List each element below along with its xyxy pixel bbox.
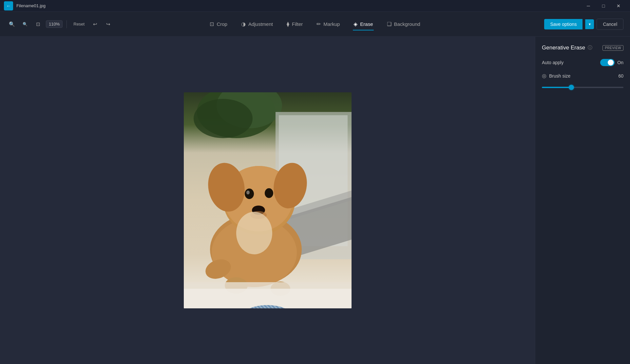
svg-point-17 [236, 212, 272, 254]
filter-icon: ⧫ [287, 21, 289, 27]
tab-markup-label: Markup [323, 21, 340, 27]
toggle-thumb [608, 60, 614, 65]
dog-image [184, 92, 352, 308]
svg-point-14 [246, 191, 250, 194]
toolbar: 🔍 🔍 ⊡ 110% Reset ↩ ↪ ⊡ Crop ◑ Adjustment… [0, 12, 630, 37]
tab-adjustment-label: Adjustment [248, 21, 273, 27]
tab-background-label: Background [394, 21, 420, 27]
zoom-level: 110% [46, 20, 63, 28]
zoom-in-icon: 🔍 [9, 21, 15, 27]
tab-filter-label: Filter [292, 21, 303, 27]
brush-size-slider[interactable] [542, 87, 623, 88]
info-icon[interactable]: ⓘ [588, 45, 592, 51]
reset-button[interactable]: Reset [71, 20, 87, 28]
dog-photo [184, 92, 352, 308]
back-button[interactable]: ← [4, 1, 13, 10]
cancel-button[interactable]: Cancel [597, 19, 623, 30]
auto-apply-toggle[interactable] [600, 59, 615, 66]
undo-button[interactable]: ↩ [90, 19, 100, 29]
background-icon: ❑ [387, 21, 391, 27]
svg-point-12 [245, 189, 254, 199]
svg-point-3 [194, 99, 253, 138]
brush-icon: ◎ [542, 73, 546, 79]
tab-erase[interactable]: ◈ Erase [348, 18, 379, 30]
save-options-button[interactable]: Save options [544, 19, 582, 29]
zoom-in-button[interactable]: 🔍 [7, 19, 17, 29]
maximize-button[interactable]: □ [596, 0, 611, 12]
redo-button[interactable]: ↪ [103, 19, 113, 29]
crop-icon: ⊡ [210, 21, 214, 27]
panel-header: Generative Erase ⓘ PREVIEW [542, 45, 623, 51]
brush-size-slider-container [542, 83, 623, 92]
close-button[interactable]: ✕ [611, 0, 626, 12]
panel-title: Generative Erase [542, 45, 585, 51]
tab-crop[interactable]: ⊡ Crop [204, 18, 233, 30]
zoom-out-button[interactable]: 🔍 [20, 19, 30, 29]
brush-size-value: 60 [618, 73, 623, 79]
main-content: Generative Erase ⓘ PREVIEW Auto apply On… [0, 37, 630, 364]
toggle-state-label: On [617, 60, 623, 65]
adjustment-icon: ◑ [241, 21, 246, 27]
brush-size-label: Brush size [549, 73, 618, 79]
redo-icon: ↪ [106, 21, 110, 27]
save-options-dropdown-button[interactable]: ▾ [585, 19, 594, 29]
back-icon: ← [6, 3, 11, 9]
markup-icon: ✏ [316, 21, 321, 27]
toolbar-right: Save options ▾ Cancel [544, 19, 623, 30]
image-container [184, 92, 352, 308]
zoom-out-icon: 🔍 [23, 22, 28, 27]
preview-badge: PREVIEW [602, 45, 623, 51]
tab-crop-label: Crop [217, 21, 227, 27]
title-bar: ← Filename01.jpg ─ □ ✕ [0, 0, 630, 12]
auto-apply-row: Auto apply On [542, 59, 623, 66]
auto-apply-label: Auto apply [542, 60, 600, 65]
erase-icon: ◈ [353, 21, 357, 27]
brush-size-row: ◎ Brush size 60 [542, 73, 623, 79]
tab-background[interactable]: ❑ Background [381, 18, 426, 30]
tab-markup[interactable]: ✏ Markup [311, 18, 346, 30]
minimize-button[interactable]: ─ [581, 0, 596, 12]
nav-tabs: ⊡ Crop ◑ Adjustment ⧫ Filter ✏ Markup ◈ … [204, 18, 426, 30]
tab-adjustment[interactable]: ◑ Adjustment [235, 18, 279, 30]
toolbar-left: 🔍 🔍 ⊡ 110% Reset ↩ ↪ [7, 19, 113, 29]
canvas-area[interactable] [0, 37, 535, 364]
toolbar-divider [67, 20, 67, 28]
fit-icon: ⊡ [36, 21, 40, 27]
tab-filter[interactable]: ⧫ Filter [281, 18, 309, 30]
filename-label: Filename01.jpg [16, 3, 46, 8]
window-controls: ─ □ ✕ [581, 0, 626, 12]
toggle-container: On [600, 59, 623, 66]
undo-icon: ↩ [93, 21, 97, 27]
svg-point-13 [265, 188, 273, 198]
fit-view-button[interactable]: ⊡ [33, 19, 43, 29]
tab-erase-label: Erase [360, 21, 373, 27]
right-panel: Generative Erase ⓘ PREVIEW Auto apply On… [535, 37, 630, 364]
